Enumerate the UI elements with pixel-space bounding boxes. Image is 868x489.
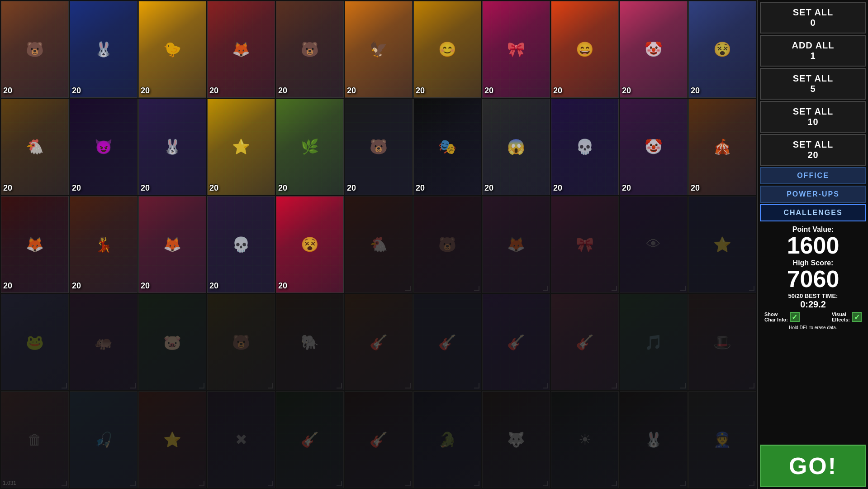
char-cell-21[interactable]: 🎪20	[688, 99, 756, 196]
corner-bracket-38	[405, 383, 411, 388]
corner-bracket-35	[199, 383, 204, 388]
visual-effects-checkbox[interactable]: ✓	[852, 312, 862, 322]
char-cell-48[interactable]: 🎸	[276, 391, 344, 488]
char-cell-45[interactable]: 🎣	[70, 391, 138, 488]
char-cell-51[interactable]: 🐺	[482, 391, 550, 488]
char-cell-20[interactable]: 🤡20	[620, 99, 688, 196]
go-button[interactable]: GO!	[760, 445, 866, 487]
char-cell-38[interactable]: 🎸	[345, 294, 413, 391]
char-level-25: 20	[209, 281, 218, 291]
show-char-info-check: ✓	[792, 313, 797, 321]
char-cell-14[interactable]: ⭐20	[207, 99, 275, 196]
char-cell-13[interactable]: 🐰20	[138, 99, 206, 196]
char-face-54: 👮	[713, 431, 731, 448]
corner-bracket-54	[749, 481, 754, 486]
char-face-10: 😵	[713, 41, 731, 58]
char-face-23: 💃	[95, 236, 113, 253]
char-cell-28[interactable]: 🐻	[413, 196, 481, 293]
add-all-1-button[interactable]: ADD ALL1	[760, 35, 866, 67]
show-char-info-group: ShowChar Info: ✓	[764, 312, 800, 322]
corner-bracket-29	[543, 286, 548, 291]
power-ups-tab-button[interactable]: POWER-UPS	[760, 186, 866, 203]
char-cell-50[interactable]: 🐊	[413, 391, 481, 488]
char-cell-2[interactable]: 🐤20	[138, 1, 206, 98]
set-all-5-button[interactable]: SET ALL5	[760, 68, 866, 100]
char-face-25: 💀	[232, 236, 250, 253]
char-cell-3[interactable]: 🦊20	[207, 1, 275, 98]
char-cell-5[interactable]: 🦅20	[345, 1, 413, 98]
char-cell-41[interactable]: 🎸	[551, 294, 619, 391]
char-cell-47[interactable]: ✖	[207, 391, 275, 488]
show-char-info-checkbox[interactable]: ✓	[790, 312, 800, 322]
char-cell-44[interactable]: 🗑	[1, 391, 69, 488]
char-cell-53[interactable]: 🐰	[620, 391, 688, 488]
char-cell-54[interactable]: 👮	[688, 391, 756, 488]
char-level-3: 20	[209, 86, 218, 96]
char-cell-43[interactable]: 🎩	[688, 294, 756, 391]
corner-bracket-36	[268, 383, 273, 388]
char-level-8: 20	[553, 86, 562, 96]
char-cell-49[interactable]: 🎸	[345, 391, 413, 488]
char-face-12: 😈	[95, 138, 113, 155]
char-cell-31[interactable]: 👁	[620, 196, 688, 293]
char-face-45: 🎣	[95, 431, 113, 448]
char-cell-18[interactable]: 😱20	[482, 99, 550, 196]
char-cell-52[interactable]: ☀	[551, 391, 619, 488]
char-cell-27[interactable]: 🐔	[345, 196, 413, 293]
char-cell-12[interactable]: 😈20	[70, 99, 138, 196]
char-level-21: 20	[691, 183, 700, 193]
char-cell-29[interactable]: 🦊	[482, 196, 550, 293]
high-score-number: 7060	[764, 267, 863, 291]
char-cell-26[interactable]: 😵20	[276, 196, 344, 293]
char-cell-42[interactable]: 🎵	[620, 294, 688, 391]
char-cell-23[interactable]: 💃20	[70, 196, 138, 293]
char-level-20: 20	[622, 183, 631, 193]
char-cell-17[interactable]: 🎭20	[413, 99, 481, 196]
char-cell-4[interactable]: 🐻20	[276, 1, 344, 98]
char-level-17: 20	[416, 183, 425, 193]
char-cell-36[interactable]: 🐻	[207, 294, 275, 391]
char-cell-9[interactable]: 🤡20	[620, 1, 688, 98]
char-cell-19[interactable]: 💀20	[551, 99, 619, 196]
char-face-33: 🐸	[26, 334, 44, 351]
char-cell-16[interactable]: 🐻20	[345, 99, 413, 196]
char-cell-40[interactable]: 🎸	[482, 294, 550, 391]
set-all-10-button[interactable]: SET ALL10	[760, 101, 866, 133]
char-cell-0[interactable]: 🐻20	[1, 1, 69, 98]
char-cell-24[interactable]: 🦊20	[138, 196, 206, 293]
char-face-38: 🎸	[370, 334, 388, 351]
char-cell-35[interactable]: 🐷	[138, 294, 206, 391]
char-cell-37[interactable]: 🐘	[276, 294, 344, 391]
char-cell-22[interactable]: 🦊20	[1, 196, 69, 293]
char-cell-1[interactable]: 🐰20	[70, 1, 138, 98]
char-face-13: 🐰	[163, 138, 181, 155]
char-cell-15[interactable]: 🌿20	[276, 99, 344, 196]
char-level-12: 20	[72, 183, 81, 193]
challenges-tab-button[interactable]: CHALLENGES	[760, 204, 866, 221]
char-cell-7[interactable]: 🎀20	[482, 1, 550, 98]
corner-bracket-27	[405, 286, 411, 291]
char-cell-30[interactable]: 🎀	[551, 196, 619, 293]
char-level-26: 20	[278, 281, 287, 291]
char-cell-8[interactable]: 😄20	[551, 1, 619, 98]
char-face-36: 🐻	[232, 334, 250, 351]
best-time-value: 0:29.2	[764, 299, 863, 310]
char-face-15: 🌿	[301, 138, 319, 155]
char-cell-39[interactable]: 🎸	[413, 294, 481, 391]
char-cell-6[interactable]: 😊20	[413, 1, 481, 98]
set-all-0-button[interactable]: SET ALL0	[760, 2, 866, 34]
char-face-1: 🐰	[95, 41, 113, 58]
char-face-49: 🎸	[370, 431, 388, 448]
char-cell-33[interactable]: 🐸	[1, 294, 69, 391]
char-cell-11[interactable]: 🐔20	[1, 99, 69, 196]
char-cell-25[interactable]: 💀20	[207, 196, 275, 293]
set-all-20-button[interactable]: SET ALL20	[760, 134, 866, 166]
char-cell-46[interactable]: ⭐	[138, 391, 206, 488]
office-tab-button[interactable]: OFFICE	[760, 167, 866, 184]
visual-effects-label: VisualEffects:	[832, 312, 850, 322]
char-cell-32[interactable]: ⭐	[688, 196, 756, 293]
char-cell-34[interactable]: 🦛	[70, 294, 138, 391]
char-face-46: ⭐	[163, 431, 181, 448]
corner-bracket-32	[749, 286, 754, 291]
char-cell-10[interactable]: 😵20	[688, 1, 756, 98]
